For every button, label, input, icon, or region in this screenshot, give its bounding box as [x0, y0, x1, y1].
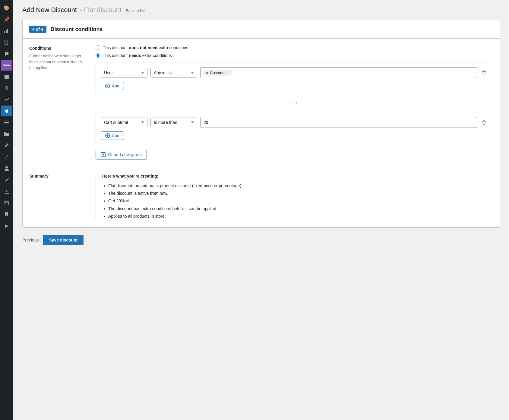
sidebar-icon-tools[interactable] — [1, 151, 12, 162]
sidebar-icon-user[interactable] — [1, 163, 12, 174]
condition-tag-input-1[interactable]: ✕ Customer1 — [200, 67, 477, 78]
plus-icon-1 — [105, 84, 110, 88]
sidebar-icon-list[interactable] — [1, 117, 12, 128]
condition-row-2: Cart subtotal User Role Product Coupon I… — [101, 117, 488, 128]
summary-content-column: Here's what you're creating: Flat discou… — [96, 174, 493, 220]
condition-group-1: User Role Cart subtotal Product Coupon A… — [96, 62, 493, 95]
save-discount-button[interactable]: Save discount — [43, 235, 84, 245]
condition-type-select-1[interactable]: User Role Cart subtotal Product Coupon — [101, 68, 147, 77]
no-conditions-label: This discount does not need extra condit… — [103, 45, 188, 50]
conditions-content-column: This discount does not need extra condit… — [89, 39, 500, 166]
conditions-section: Conditions Further define who should get… — [23, 39, 500, 166]
delete-condition-2-button[interactable] — [480, 118, 488, 126]
sidebar-icon-brush[interactable] — [1, 140, 12, 151]
step-badge: 4 of 4 — [29, 26, 46, 33]
radio-no-conditions[interactable]: This discount does not need extra condit… — [96, 45, 493, 50]
page-title: Add New Discount — [22, 6, 77, 14]
summary-item-1: Flat discount: an automatic product disc… — [108, 182, 493, 190]
and-label-1: And — [112, 84, 119, 88]
summary-item-2: The discount is active from now. — [108, 190, 493, 197]
sidebar-icon-store[interactable] — [1, 71, 12, 82]
svg-rect-11 — [4, 124, 9, 124]
summary-item-3: Get 20% off. — [108, 197, 493, 205]
svg-rect-2 — [7, 29, 8, 33]
radio-needs-conditions[interactable]: This discount needs extra conditions — [96, 53, 493, 58]
svg-point-12 — [5, 166, 8, 169]
sidebar-icon-download[interactable] — [1, 186, 12, 197]
svg-rect-1 — [6, 30, 7, 33]
conditions-description: Further define who should get this disco… — [29, 53, 82, 71]
sidebar-icon-analytics[interactable] — [1, 94, 12, 105]
condition-row-1: User Role Cart subtotal Product Coupon A… — [101, 67, 488, 78]
summary-subheading: Here's what you're creating: — [102, 174, 493, 178]
needs-conditions-label: This discount needs extra conditions — [103, 53, 172, 58]
sidebar-icon-megaphone[interactable] — [1, 106, 12, 116]
previous-link[interactable]: Previous — [22, 238, 39, 242]
svg-rect-13 — [5, 193, 9, 194]
conditions-label-column: Conditions Further define who should get… — [23, 39, 89, 166]
svg-rect-9 — [4, 121, 9, 121]
and-button-1[interactable]: And — [101, 82, 124, 90]
needs-conditions-radio[interactable] — [96, 53, 100, 58]
square-plus-icon — [101, 152, 106, 157]
and-label-2: And — [112, 133, 119, 138]
sidebar-icon-stats[interactable] — [1, 25, 12, 36]
sidebar-icon-dollar[interactable]: $ — [1, 83, 12, 93]
sidebar-icon-wrench[interactable] — [1, 174, 12, 185]
add-group-button[interactable]: Or add new group — [96, 150, 147, 159]
add-group-label: Or add new group — [108, 152, 142, 157]
svg-rect-10 — [4, 122, 9, 123]
sidebar: 🎨 📌 Woo $ ▶ — [0, 0, 13, 420]
sidebar-icon-folder[interactable] — [1, 128, 12, 139]
tag-customer1: ✕ Customer1 — [204, 70, 232, 76]
condition-type-select-2[interactable]: Cart subtotal User Role Product Coupon — [101, 118, 147, 127]
summary-item-5: Applies to all products in store. — [108, 213, 493, 220]
or-divider: OR — [96, 98, 493, 108]
and-button-2[interactable]: And — [101, 131, 124, 140]
step-title: Discount conditions — [51, 26, 103, 33]
summary-heading: Summary — [29, 174, 89, 178]
delete-condition-1-button[interactable] — [480, 69, 488, 77]
discount-conditions-card: 4 of 4 Discount conditions Conditions Fu… — [22, 20, 500, 228]
page-header: Add New Discount - Flat discount Back to… — [22, 6, 500, 14]
svg-rect-4 — [5, 41, 7, 41]
sidebar-icon-play[interactable]: ▶ — [1, 220, 12, 231]
sidebar-icon-pin[interactable]: 📌 — [1, 14, 12, 25]
summary-section: Summary Here's what you're creating: Fla… — [23, 166, 500, 227]
svg-rect-6 — [5, 43, 7, 43]
main-content: Add New Discount - Flat discount Back to… — [13, 0, 509, 420]
sidebar-icon-pages[interactable] — [1, 37, 12, 48]
summary-label-column: Summary — [29, 174, 96, 220]
tag-remove-x: ✕ — [205, 71, 209, 75]
sidebar-icon-box[interactable] — [1, 197, 12, 208]
no-conditions-radio[interactable] — [96, 45, 100, 50]
svg-rect-5 — [5, 42, 7, 42]
sidebar-icon-comments[interactable] — [1, 48, 12, 59]
sidebar-icon-bookmark[interactable] — [1, 209, 12, 219]
summary-list: Flat discount: an automatic product disc… — [102, 182, 493, 220]
summary-item-4: The discount has extra conditions before… — [108, 205, 493, 213]
svg-rect-0 — [4, 31, 5, 33]
sidebar-icon-palette[interactable]: 🎨 — [1, 2, 12, 13]
sidebar-icon-woo[interactable]: Woo — [1, 60, 12, 71]
page-subtitle: - Flat discount — [80, 6, 122, 14]
plus-icon-2 — [105, 133, 110, 138]
footer: Previous Save discount — [22, 228, 500, 248]
tag-label: Customer1 — [210, 71, 229, 75]
condition-value-input-2[interactable] — [200, 117, 477, 128]
step-header: 4 of 4 Discount conditions — [23, 20, 500, 39]
back-to-list-link[interactable]: Back to list — [126, 8, 145, 13]
condition-operator-select-1[interactable]: Any in list Not in list — [150, 68, 197, 77]
conditions-heading: Conditions — [29, 46, 82, 51]
condition-group-2: Cart subtotal User Role Product Coupon I… — [96, 112, 493, 145]
svg-rect-8 — [6, 77, 7, 79]
condition-operator-select-2[interactable]: Is more than Is less than Is equal to — [150, 118, 197, 127]
